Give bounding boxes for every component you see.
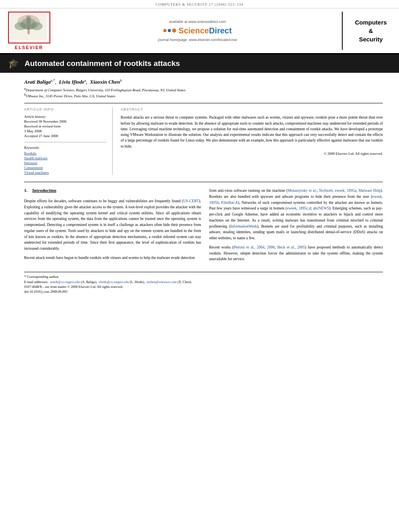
affil-2: VMware Inc, 3145 Porter Drive, Palo Alto… [26, 94, 115, 98]
footnote-emails: E-mail addresses: aratib@cs.rutgers.edu … [24, 280, 383, 284]
frontmatter-note: 0167-4048/$ – see front matter © 2008 El… [24, 285, 383, 289]
article-history: Article history: Received 30 November 20… [24, 115, 107, 138]
footnote-star: * Corresponding author. [24, 275, 383, 279]
abstract-text: Rootkit attacks are a serious threat to … [121, 115, 383, 149]
revised-date: 3 May 2008 [24, 129, 107, 133]
abstract-label: ABSTRACT [121, 107, 383, 111]
doi-note: doi:10.1016/j.cose.2008.06.003 [24, 290, 383, 294]
revised-label: Received in revised form [24, 124, 107, 128]
ref-elitebar[interactable]: EliteBar-A [221, 201, 238, 205]
abstract-col: ABSTRACT Rootkit attacks are a serious t… [121, 107, 383, 175]
journal-header: ELSEVIER available at www.sciencedirect.… [0, 8, 399, 54]
footnotes-section: * Corresponding author. E-mail addresses… [24, 272, 383, 294]
section-title: Introduction [32, 188, 56, 195]
author-1: Arati Baliga [24, 79, 51, 85]
article-content: Arati Baligaa,*, Liviu Iftodea, Xiaoxin … [0, 73, 399, 300]
svg-point-6 [26, 16, 31, 21]
ref-monastyrsky[interactable]: Monastyrsky et al. [288, 189, 317, 193]
ref-eweek1895a[interactable]: eweek, 1895a [335, 189, 356, 193]
affiliations: aDepartment of Computer Science, Rutgers… [24, 87, 383, 98]
ref-beck[interactable]: Beck et al., 2005 [277, 245, 305, 249]
sciencedirect-logo: ScienceDirect [163, 26, 232, 35]
article-title-section: 🎓 Automated containment of rootkits atta… [0, 54, 399, 73]
keyword-4[interactable]: Containment [24, 166, 107, 170]
intro-paragraph-right-1: from anti-virus software running on the … [209, 188, 383, 241]
email-1[interactable]: aratib@cs.rutgers.edu [50, 280, 80, 284]
affil-1: Department of Computer Science, Rutgers … [26, 88, 185, 92]
ref-uscert[interactable]: US-CERT [183, 199, 199, 203]
keyword-5[interactable]: Virtual machines [24, 170, 107, 175]
article-info-col: ARTICLE INFO Article history: Received 3… [24, 107, 113, 175]
copyright: © 2008 Elsevier Ltd. All rights reserved… [121, 152, 383, 156]
intro-paragraph-right-2: Recent works (Petroni et al., 2004, 2006… [209, 244, 383, 262]
keyword-2[interactable]: Stealth malware [24, 156, 107, 160]
intro-paragraph-1: Despite efforts for decades, software co… [24, 198, 201, 251]
mortarboard-icon: 🎓 [8, 58, 19, 69]
svg-rect-7 [27, 21, 31, 29]
received-1: Received 30 November 2006 [24, 119, 107, 123]
elsevier-label: ELSEVIER [15, 45, 43, 50]
article-title: Automated containment of rootkits attack… [25, 59, 180, 68]
email-label: E-mail addresses: [24, 280, 48, 284]
ref-techweb[interactable]: Techweb [319, 189, 333, 193]
body-right-col: from anti-virus software running on the … [209, 188, 383, 265]
history-label: Article history: [24, 115, 107, 119]
center-header: available at www.sciencedirect.com Scien… [57, 12, 338, 50]
elsevier-logo: ELSEVIER [5, 12, 53, 50]
author-2: Liviu Iftode [59, 79, 84, 85]
journal-ref-text: COMPUTERS & SECURITY 27 (2008) 323–334 [156, 2, 243, 6]
ref-abcnews[interactable]: abcNEWS [313, 206, 329, 210]
author-3: Xiaoxin Chen [90, 79, 120, 85]
keywords-label: Keywords: [24, 146, 107, 150]
email-3[interactable]: mchen@vmware.com [146, 280, 177, 284]
ref-malware-help[interactable]: Malware Help [358, 189, 380, 193]
article-info-label: ARTICLE INFO [24, 107, 107, 111]
journal-homepage-text: journal homepage: www.elsevier.com/locat… [158, 38, 237, 42]
ref-informationweek[interactable]: InformationWeek [230, 224, 257, 228]
body-section: 1. Introduction Despite efforts for deca… [24, 182, 383, 265]
email-2[interactable]: iftode@cs.rutgers.edu [99, 280, 129, 284]
available-at-text: available at www.sciencedirect.com [169, 20, 226, 24]
ref-petroni[interactable]: Petroni et al., 2004, 2006 [234, 245, 275, 249]
keyword-1[interactable]: Rootkits [24, 151, 107, 155]
body-left-col: 1. Introduction Despite efforts for deca… [24, 188, 201, 265]
keywords-section: Keywords: Rootkits Stealth malware Intru… [24, 142, 107, 175]
ref-eweek1895cd[interactable]: eweek, 1895c,d [287, 206, 311, 210]
accepted-date: Accepted 27 June 2008 [24, 134, 107, 138]
journal-name-panel: Computers & Security [342, 12, 394, 50]
intro-paragraph-2: Recent attack trends have begun to bundl… [24, 255, 201, 261]
sciencedirect-text: ScienceDirect [179, 26, 232, 35]
journal-reference: COMPUTERS & SECURITY 27 (2008) 323–334 [0, 0, 399, 8]
section-number: 1. [24, 188, 27, 193]
journal-name: Computers & Security [355, 18, 387, 43]
keyword-3[interactable]: Intrusion [24, 161, 107, 165]
info-abstract-section: ARTICLE INFO Article history: Received 3… [24, 103, 383, 175]
authors-line: Arati Baligaa,*, Liviu Iftodea, Xiaoxin … [24, 78, 383, 85]
